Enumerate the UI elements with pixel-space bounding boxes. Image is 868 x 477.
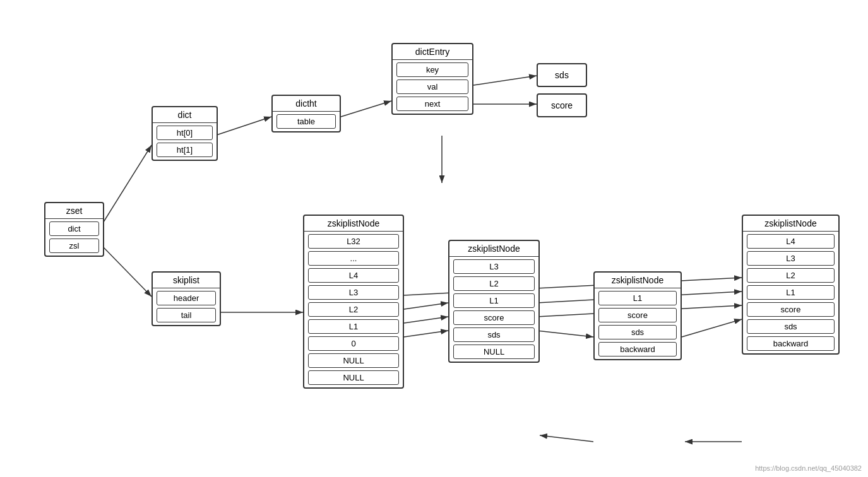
node2-box: zskiplistNode L3 L2 L1 score sds NULL (448, 240, 540, 363)
node2-l3: L3 (453, 259, 535, 274)
node4-sds: sds (747, 319, 835, 334)
svg-line-11 (404, 303, 448, 309)
node4-l1: L1 (747, 285, 835, 300)
node4-l2: L2 (747, 268, 835, 283)
dictht-box: dictht table (271, 95, 341, 132)
skiplist-title: skiplist (153, 273, 220, 288)
dictentry-val-field: val (396, 80, 468, 94)
svg-line-16 (537, 331, 593, 337)
sds-label: sds (538, 68, 586, 83)
node1-l4: L4 (308, 268, 399, 283)
svg-line-4 (215, 117, 271, 136)
dict-title: dict (153, 107, 217, 123)
node3-title: zskiplistNode (595, 273, 681, 288)
dictht-table-field: table (276, 114, 336, 129)
svg-line-6 (473, 76, 537, 85)
skiplist-box: skiplist header tail (152, 271, 221, 326)
zset-dict-field: dict (49, 221, 99, 236)
dictht-title: dictht (273, 96, 340, 112)
node2-score: score (453, 310, 535, 325)
node1-box: zskiplistNode L32 ... L4 L3 L2 L1 0 NULL… (303, 215, 404, 389)
svg-line-13 (404, 331, 448, 337)
dictentry-title: dictEntry (393, 44, 472, 60)
node3-sds: sds (598, 325, 677, 339)
zset-title: zset (45, 203, 103, 219)
node4-score: score (747, 302, 835, 317)
svg-line-3 (102, 246, 152, 297)
node1-backward: NULL (308, 370, 399, 385)
skiplist-tail-field: tail (157, 308, 216, 322)
node1-score: 0 (308, 336, 399, 351)
dict-box: dict ht[0] ht[1] (152, 106, 218, 161)
node3-box: zskiplistNode L1 score sds backward (593, 271, 682, 360)
node2-sds: sds (453, 327, 535, 342)
node3-backward: backward (598, 342, 677, 356)
node4-box: zskiplistNode L4 L3 L2 L1 score sds back… (742, 215, 840, 355)
zset-box: zset dict zsl (44, 202, 104, 257)
node2-title: zskiplistNode (449, 241, 538, 257)
node4-title: zskiplistNode (743, 216, 838, 232)
watermark: https://blog.csdn.net/qq_45040382 (755, 464, 862, 472)
score-box: score (537, 93, 587, 117)
sds-box: sds (537, 63, 587, 87)
node3-score: score (598, 308, 677, 322)
skiplist-header-field: header (157, 291, 216, 305)
node2-l2: L2 (453, 276, 535, 291)
node1-l1: L1 (308, 319, 399, 334)
node1-dots: ... (308, 251, 399, 266)
node1-l3: L3 (308, 285, 399, 300)
node4-backward: backward (747, 336, 835, 351)
node1-sds: NULL (308, 353, 399, 368)
node1-l32: L32 (308, 234, 399, 249)
svg-line-19 (540, 435, 593, 442)
diagram: zset dict zsl dict ht[0] ht[1] dictht ta… (0, 0, 868, 477)
node1-title: zskiplistNode (304, 216, 403, 232)
dictentry-box: dictEntry key val next (391, 43, 473, 115)
node4-l3: L3 (747, 251, 835, 266)
dictentry-key-field: key (396, 62, 468, 77)
node3-l1: L1 (598, 291, 677, 305)
dict-ht0-field: ht[0] (157, 126, 213, 140)
svg-line-2 (102, 145, 152, 224)
svg-line-5 (341, 101, 391, 117)
node1-l2: L2 (308, 302, 399, 317)
node4-l4: L4 (747, 234, 835, 249)
dict-ht1-field: ht[1] (157, 143, 213, 157)
node2-backward: NULL (453, 344, 535, 359)
dictentry-next-field: next (396, 97, 468, 111)
score-label: score (538, 98, 586, 113)
svg-line-12 (404, 317, 448, 323)
zset-zsl-field: zsl (49, 238, 99, 253)
node2-l1: L1 (453, 293, 535, 308)
svg-line-17 (682, 319, 742, 337)
